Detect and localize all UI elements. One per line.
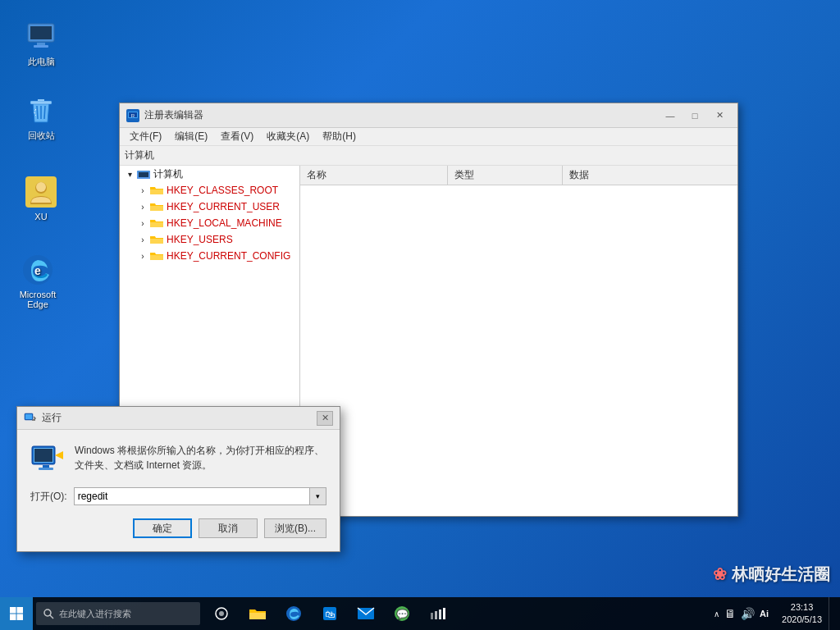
svg-rect-27 [17,607,24,614]
svg-rect-22 [34,449,52,462]
desktop-icon-recycle-bin[interactable]: 回收站 [11,90,71,145]
svg-rect-29 [17,614,24,621]
expand-icon-3: › [136,219,149,228]
detail-header: 名称 类型 数据 [300,166,737,185]
svg-point-33 [219,611,224,616]
tree-computer-root[interactable]: ▾ 计算机 [120,166,299,182]
run-command-input[interactable] [74,487,310,505]
run-icon-title [24,412,37,425]
run-browse-button[interactable]: 浏览(B)... [264,518,326,538]
menu-help[interactable]: 帮助(H) [316,128,363,145]
svg-text:🛍: 🛍 [325,609,335,620]
expand-icon-5: › [136,252,149,261]
user-icon [25,176,57,208]
wechat-button[interactable]: 💬 [384,597,420,630]
svg-text:R: R [131,113,135,118]
svg-rect-43 [443,608,445,619]
folder-icon-2 [149,201,164,212]
svg-point-30 [44,609,51,616]
regedit-title-icon: R [126,109,139,122]
tray-icons: ∧ 🖥 🔊 Ai [707,607,775,620]
col-type: 类型 [448,166,563,185]
tray-volume-icon[interactable]: 🔊 [741,607,755,620]
computer-tree-icon [136,168,151,180]
svg-rect-41 [435,611,437,619]
desktop-icon-edge[interactable]: e MicrosoftEdge [8,250,67,313]
expand-icon: ▾ [123,170,136,179]
tree-item-classes-root[interactable]: › HKEY_CLASSES_ROOT [120,182,299,199]
expand-icon-4: › [136,235,149,244]
watermark: ❀ 林晒好生活圈 [713,564,830,585]
run-body: Windows 将根据你所输入的名称，为你打开相应的程序、文件夹、文档或 Int… [17,430,340,551]
file-explorer-button[interactable] [240,597,276,630]
tree-item-local-machine[interactable]: › HKEY_LOCAL_MACHINE [120,215,299,231]
taskbar-items: 🛍 💬 [203,597,456,630]
clock-date: 2020/5/13 [782,614,822,626]
taskbar-search[interactable]: 在此键入进行搜索 [36,602,200,625]
this-pc-icon [25,20,57,52]
svg-rect-40 [431,613,433,619]
tree-item-current-user[interactable]: › HKEY_CURRENT_USER [120,199,299,215]
run-dialog: 运行 ✕ Windows 将根据你所输入的名称，为你打开相应的程序、文件夹、文档… [16,406,340,552]
menu-edit[interactable]: 编辑(E) [168,128,214,145]
taskview-button[interactable] [203,597,240,630]
folder-icon-3 [149,217,164,229]
svg-rect-24 [39,468,53,470]
run-top: Windows 将根据你所输入的名称，为你打开相应的程序、文件夹、文档或 Int… [30,443,326,476]
taskview-icon [213,607,230,620]
run-app-icon [30,443,63,476]
edge-taskbar-icon [285,605,302,622]
network-button[interactable] [420,597,456,630]
edge-icon: e [21,253,54,286]
this-pc-label: 此电脑 [28,56,55,68]
watermark-line1: ❀ 林晒好生活圈 [713,564,830,585]
svg-rect-42 [439,609,441,619]
close-button[interactable]: ✕ [708,107,731,124]
address-label: 计算机 [125,148,154,162]
tree-item-users[interactable]: › HKEY_USERS [120,231,299,248]
svg-point-7 [36,182,46,192]
desktop-icon-this-pc[interactable]: 此电脑 [11,16,71,71]
regedit-addressbar: 计算机 [120,146,737,166]
svg-marker-25 [55,451,63,459]
desktop-icon-user[interactable]: XU [11,172,71,225]
run-dropdown-button[interactable]: ▾ [310,487,326,505]
tray-ime-icon[interactable]: Ai [760,609,769,619]
file-explorer-icon [249,606,267,621]
taskbar-tray: ∧ 🖥 🔊 Ai 23:13 2020/5/13 [707,597,840,630]
start-button[interactable] [0,597,33,630]
computer-root-label: 计算机 [153,167,183,181]
menu-favorites[interactable]: 收藏夹(A) [260,128,316,145]
tree-item-current-config[interactable]: › HKEY_CURRENT_CONFIG [120,248,299,264]
menu-view[interactable]: 查看(V) [214,128,260,145]
show-desktop-button[interactable] [829,597,833,630]
hkey-users-label: HKEY_USERS [167,234,233,245]
svg-rect-23 [43,465,49,468]
taskbar-clock[interactable]: 23:13 2020/5/13 [775,601,829,627]
edge-taskbar-button[interactable] [276,597,312,630]
col-data: 数据 [563,166,737,185]
network-icon [429,606,447,621]
tray-chevron[interactable]: ∧ [714,609,719,619]
run-open-label: 打开(O): [30,490,67,504]
minimize-button[interactable]: — [659,107,682,124]
store-button[interactable]: 🛍 [312,597,348,630]
run-ok-button[interactable]: 确定 [133,518,192,538]
svg-rect-2 [37,43,45,45]
run-titlebar: 运行 ✕ [17,407,340,430]
window-controls: — □ ✕ [659,107,731,124]
maximize-button[interactable]: □ [683,107,706,124]
run-close-button[interactable]: ✕ [317,411,333,426]
regedit-titlebar[interactable]: R 注册表编辑器 — □ ✕ [120,103,737,128]
folder-icon-4 [149,234,164,245]
mail-button[interactable] [348,597,384,630]
run-cancel-button[interactable]: 取消 [199,518,258,538]
folder-icon-1 [149,185,164,196]
svg-text:💬: 💬 [396,608,409,620]
menu-file[interactable]: 文件(F) [123,128,168,145]
recycle-bin-label: 回收站 [28,130,55,142]
svg-rect-28 [10,614,16,621]
svg-rect-16 [139,172,148,177]
expand-icon-1: › [136,186,149,195]
tray-network-icon[interactable]: 🖥 [724,607,736,620]
